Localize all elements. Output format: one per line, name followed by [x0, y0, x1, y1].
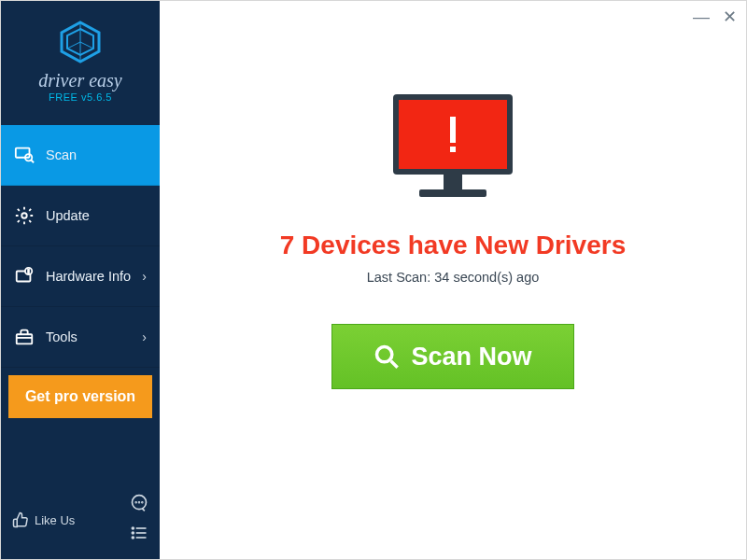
sidebar-item-hardware-info[interactable]: i Hardware Info ›	[1, 246, 160, 307]
content: 7 Devices have New Drivers Last Scan: 34…	[160, 1, 746, 389]
like-us-label: Like Us	[35, 513, 75, 527]
minimize-button[interactable]: —	[693, 8, 710, 25]
close-button[interactable]: ✕	[723, 8, 737, 25]
nav: Scan Update i	[1, 125, 160, 481]
sidebar-item-label: Tools	[46, 329, 78, 344]
svg-point-5	[21, 213, 27, 218]
scan-now-button[interactable]: Scan Now	[331, 324, 574, 389]
chevron-right-icon: ›	[142, 329, 147, 344]
last-scan-text: Last Scan: 34 second(s) ago	[367, 270, 540, 285]
svg-point-13	[142, 502, 143, 503]
svg-point-11	[135, 502, 136, 503]
feedback-icon[interactable]	[130, 494, 148, 516]
get-pro-button[interactable]: Get pro version	[8, 375, 152, 418]
sidebar-item-label: Scan	[46, 147, 77, 162]
monitor-search-icon	[14, 145, 35, 165]
sidebar-item-scan[interactable]: Scan	[1, 125, 160, 186]
svg-rect-2	[16, 148, 30, 158]
svg-point-26	[377, 347, 392, 362]
sidebar-item-label: Update	[46, 208, 90, 223]
window-controls: — ✕	[693, 8, 737, 25]
main-panel: — ✕ 7 Devices have New Drivers Last Scan…	[160, 1, 746, 559]
sidebar-bottom: Like Us	[1, 481, 160, 559]
brand-version: FREE v5.6.5	[10, 91, 150, 103]
app-window: driver easy FREE v5.6.5 Scan	[0, 0, 747, 560]
sidebar-item-update[interactable]: Update	[1, 186, 160, 246]
hardware-info-icon: i	[14, 266, 35, 287]
menu-icon[interactable]	[130, 524, 148, 546]
toolbox-icon	[14, 327, 35, 347]
chevron-right-icon: ›	[142, 269, 147, 284]
app-logo-icon	[58, 20, 103, 64]
sidebar-item-tools[interactable]: Tools ›	[1, 307, 160, 368]
svg-point-18	[132, 537, 134, 539]
sidebar: driver easy FREE v5.6.5 Scan	[1, 1, 160, 559]
svg-line-27	[391, 361, 398, 368]
thumbs-up-icon	[12, 511, 29, 528]
svg-rect-25	[419, 189, 486, 197]
svg-point-14	[132, 527, 134, 529]
gear-icon	[14, 205, 35, 226]
sidebar-item-label: Hardware Info	[46, 269, 131, 284]
alert-monitor-icon	[384, 91, 522, 210]
search-icon	[374, 343, 400, 370]
svg-line-4	[31, 161, 34, 163]
scan-headline: 7 Devices have New Drivers	[280, 231, 626, 260]
svg-rect-24	[444, 175, 462, 189]
svg-rect-9	[17, 334, 33, 343]
svg-rect-22	[450, 117, 456, 143]
svg-rect-23	[450, 147, 456, 152]
get-pro-label: Get pro version	[25, 388, 135, 405]
like-us-button[interactable]: Like Us	[12, 511, 75, 528]
scan-now-label: Scan Now	[411, 343, 531, 371]
logo-area: driver easy FREE v5.6.5	[1, 1, 160, 112]
svg-point-16	[132, 532, 134, 534]
brand-name: driver easy	[10, 70, 150, 91]
bottom-icons	[130, 494, 148, 546]
svg-point-12	[139, 502, 140, 503]
